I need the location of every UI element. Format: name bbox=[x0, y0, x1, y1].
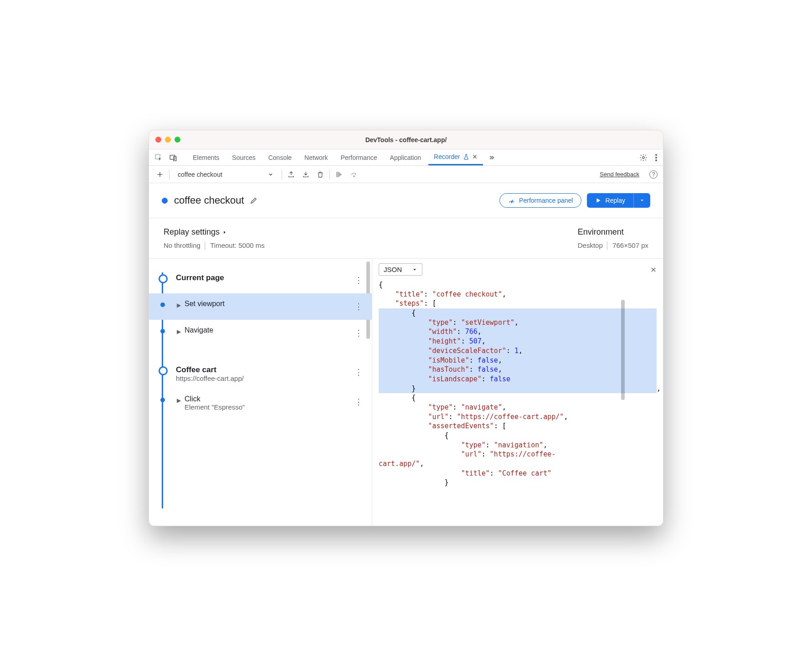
step-title: Click bbox=[185, 395, 245, 403]
flask-icon bbox=[463, 154, 469, 160]
scrollbar[interactable] bbox=[621, 281, 662, 419]
step-set-viewport[interactable]: ▶ Set viewport ⋮ bbox=[149, 293, 372, 320]
timeout-value: Timeout: 5000 ms bbox=[210, 241, 265, 249]
help-icon[interactable]: ? bbox=[649, 170, 658, 179]
svg-point-4 bbox=[655, 154, 657, 156]
performance-panel-label: Performance panel bbox=[519, 197, 573, 204]
more-tabs-icon[interactable] bbox=[488, 154, 496, 161]
tab-sources[interactable]: Sources bbox=[226, 149, 261, 165]
export-icon[interactable] bbox=[286, 169, 297, 180]
recording-status-dot bbox=[162, 198, 168, 204]
recording-select[interactable]: coffee checkout bbox=[173, 169, 278, 180]
recording-header: coffee checkout Performance panel Replay bbox=[149, 183, 663, 218]
tab-console[interactable]: Console bbox=[263, 149, 297, 165]
replay-settings-label: Replay settings bbox=[164, 227, 220, 237]
format-label: JSON bbox=[384, 266, 402, 273]
split-pane: Current page ⋮ ▶ Set viewport ⋮ ▶ Naviga… bbox=[149, 259, 663, 526]
chevron-down-icon bbox=[268, 172, 273, 177]
section-title: Coffee cart bbox=[176, 365, 244, 374]
settings-gear-icon[interactable] bbox=[639, 154, 648, 162]
step-over-icon[interactable] bbox=[348, 169, 360, 180]
separator bbox=[282, 169, 282, 179]
step-kebab-icon[interactable]: ⋮ bbox=[353, 395, 365, 409]
recording-select-label: coffee checkout bbox=[178, 171, 222, 178]
timeline-node-icon bbox=[160, 329, 165, 333]
window-title: DevTools - coffee-cart.app/ bbox=[149, 136, 663, 144]
edit-title-icon[interactable] bbox=[250, 196, 258, 205]
replay-settings-row: Replay settings No throttling │ Timeout:… bbox=[149, 218, 663, 259]
new-recording-button[interactable] bbox=[154, 169, 165, 180]
svg-point-5 bbox=[655, 157, 657, 159]
chevron-right-icon: ▶ bbox=[177, 328, 181, 335]
chevron-down-icon bbox=[412, 267, 417, 272]
devtools-window: DevTools - coffee-cart.app/ Elements Sou… bbox=[149, 130, 663, 526]
tab-recorder[interactable]: Recorder bbox=[428, 149, 483, 165]
svg-point-8 bbox=[353, 175, 355, 177]
close-code-icon[interactable] bbox=[650, 266, 657, 273]
close-tab-icon[interactable] bbox=[472, 154, 478, 159]
recording-title: coffee checkout bbox=[174, 195, 244, 206]
environment-heading: Environment bbox=[578, 227, 648, 237]
replay-settings-toggle[interactable]: Replay settings bbox=[164, 227, 265, 237]
timeline-node-icon bbox=[159, 274, 168, 283]
resume-icon[interactable] bbox=[334, 169, 344, 180]
inspect-element-icon[interactable] bbox=[154, 154, 163, 162]
step-label: Navigate bbox=[185, 326, 213, 334]
tab-application[interactable]: Application bbox=[385, 149, 427, 165]
code-pane: JSON { "title": "coffee checkout", "step… bbox=[372, 259, 663, 526]
step-navigate[interactable]: ▶ Navigate ⋮ bbox=[162, 320, 372, 346]
step-label: Set viewport bbox=[185, 300, 225, 308]
device-toolbar-icon[interactable] bbox=[169, 154, 177, 162]
environment-dimensions: 766×507 px bbox=[612, 241, 648, 249]
step-section-coffee-cart[interactable]: Coffee cart https://coffee-cart.app/ ⋮ bbox=[162, 359, 372, 389]
svg-point-6 bbox=[655, 159, 657, 161]
devtools-tabbar: Elements Sources Console Network Perform… bbox=[149, 149, 663, 166]
chevron-right-icon: ▶ bbox=[177, 397, 181, 404]
throttling-value: No throttling bbox=[164, 241, 200, 249]
separator bbox=[169, 169, 170, 179]
titlebar: DevTools - coffee-cart.app/ bbox=[149, 130, 663, 149]
svg-rect-7 bbox=[336, 172, 337, 177]
import-icon[interactable] bbox=[300, 169, 311, 180]
section-label: Current page bbox=[176, 273, 224, 282]
step-subtitle: Element "Espresso" bbox=[185, 403, 245, 411]
section-label: Coffee cart https://coffee-cart.app/ bbox=[176, 365, 244, 382]
separator bbox=[329, 169, 330, 179]
code-toolbar: JSON bbox=[372, 259, 663, 278]
step-kebab-icon[interactable]: ⋮ bbox=[353, 300, 365, 313]
svg-point-3 bbox=[642, 156, 645, 159]
code-body[interactable]: { "title": "coffee checkout", "steps": [… bbox=[372, 278, 663, 526]
chevron-right-icon: ▶ bbox=[177, 302, 181, 308]
step-kebab-icon[interactable]: ⋮ bbox=[353, 326, 365, 340]
tab-recorder-label: Recorder bbox=[434, 153, 460, 160]
kebab-menu-icon[interactable] bbox=[655, 154, 658, 162]
delete-icon[interactable] bbox=[315, 169, 326, 180]
svg-rect-1 bbox=[170, 155, 175, 159]
timeline-node-icon bbox=[160, 398, 165, 402]
timeline-node-icon bbox=[159, 366, 168, 375]
step-section-current-page[interactable]: Current page ⋮ bbox=[162, 267, 372, 293]
tab-elements[interactable]: Elements bbox=[187, 149, 225, 165]
timeline-node-icon bbox=[160, 302, 165, 307]
format-select[interactable]: JSON bbox=[379, 263, 422, 276]
section-url: https://coffee-cart.app/ bbox=[176, 374, 244, 382]
svg-point-9 bbox=[511, 202, 512, 203]
replay-label: Replay bbox=[605, 197, 625, 204]
replay-button[interactable]: Replay bbox=[587, 193, 633, 208]
environment-device: Desktop bbox=[578, 241, 603, 249]
step-label: Click Element "Espresso" bbox=[185, 395, 245, 411]
send-feedback-link[interactable]: Send feedback bbox=[600, 171, 639, 178]
performance-panel-button[interactable]: Performance panel bbox=[499, 193, 581, 208]
chevron-right-icon bbox=[222, 229, 227, 236]
tab-performance[interactable]: Performance bbox=[335, 149, 382, 165]
steps-pane: Current page ⋮ ▶ Set viewport ⋮ ▶ Naviga… bbox=[149, 259, 372, 526]
tab-network[interactable]: Network bbox=[299, 149, 333, 165]
step-kebab-icon[interactable]: ⋮ bbox=[353, 365, 365, 379]
recorder-toolbar: coffee checkout Send feedback ? bbox=[149, 166, 663, 183]
replay-dropdown-button[interactable] bbox=[633, 193, 650, 208]
step-kebab-icon[interactable]: ⋮ bbox=[353, 273, 365, 287]
step-click-espresso[interactable]: ▶ Click Element "Espresso" ⋮ bbox=[162, 389, 372, 417]
